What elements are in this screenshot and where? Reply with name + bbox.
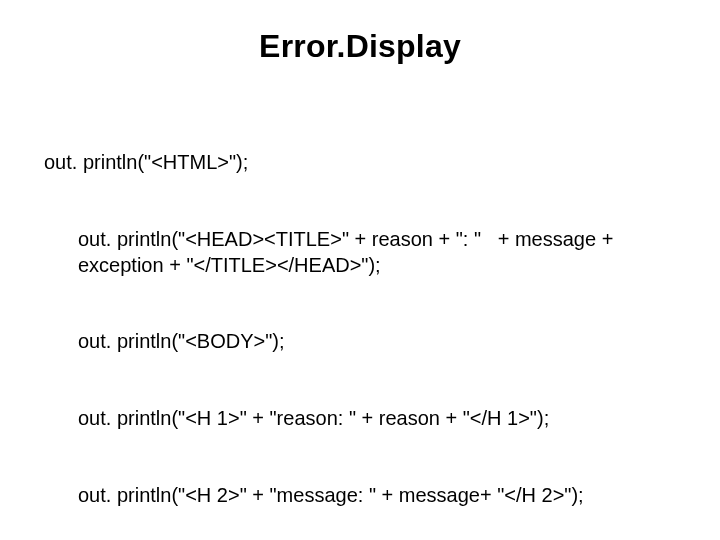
- code-block: out. println("<HTML>"); out. println("<H…: [44, 99, 676, 540]
- code-line: out. println("<H 2>" + "message: " + mes…: [44, 483, 676, 509]
- page-title: Error.Display: [44, 28, 676, 65]
- code-line: out. println("<HTML>");: [44, 150, 676, 176]
- slide: Error.Display out. println("<HTML>"); ou…: [0, 0, 720, 540]
- code-line: out. println("<BODY>");: [44, 329, 676, 355]
- code-line: out. println("<HEAD><TITLE>" + reason + …: [44, 227, 676, 278]
- code-line: out. println("<H 1>" + "reason: " + reas…: [44, 406, 676, 432]
